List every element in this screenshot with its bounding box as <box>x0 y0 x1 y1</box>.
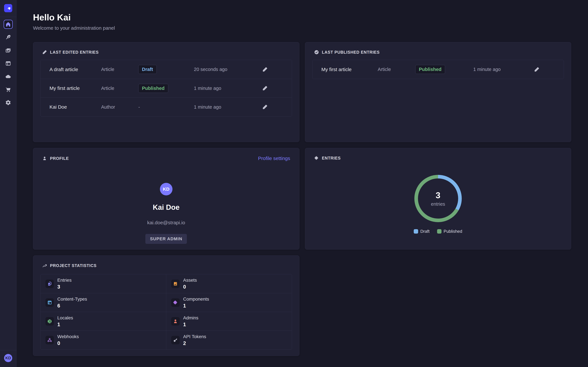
profile-name: Kai Doe <box>153 203 180 211</box>
legend-label: Draft <box>420 229 429 234</box>
stat-label: Components <box>183 297 209 302</box>
picture-icon <box>171 280 180 288</box>
sidebar-item-home[interactable] <box>4 20 13 29</box>
entry-time: 20 seconds ago <box>194 67 261 72</box>
role-badge: SUPER ADMIN <box>145 234 187 244</box>
stat-value: 1 <box>183 303 209 309</box>
sidebar-item-deploy[interactable] <box>4 72 13 81</box>
edit-entry-button[interactable] <box>261 84 269 92</box>
published-swatch <box>437 229 441 234</box>
feather-icon <box>5 34 11 40</box>
key-icon <box>171 336 180 344</box>
entries-donut-chart: 3 entries <box>412 172 464 225</box>
home-icon <box>5 21 11 27</box>
cart-icon <box>5 87 11 92</box>
stat-api-tokens: API Tokens 2 <box>166 331 292 349</box>
pencil-icon <box>534 67 539 72</box>
layout-icon <box>5 60 11 67</box>
strapi-logo[interactable] <box>4 4 12 12</box>
stat-label: Content-Types <box>57 297 87 302</box>
project-statistics-header: PROJECT STATISTICS <box>33 256 299 268</box>
main-content: Hello Kai Welcome to your administration… <box>17 0 588 367</box>
stat-webhooks: Webhooks 0 <box>41 331 166 349</box>
last-published-header: LAST PUBLISHED ENTRIES <box>305 42 571 55</box>
entries-header: ENTRIES <box>305 148 571 160</box>
sidebar-item-media-library[interactable] <box>4 46 13 55</box>
sidebar-item-content-type-builder[interactable] <box>4 59 13 68</box>
entry-name: Kai Doe <box>50 104 101 110</box>
table-row[interactable]: My first article Article Published 1 min… <box>41 79 292 98</box>
person-icon <box>171 317 180 325</box>
trend-up-icon <box>42 263 47 268</box>
cloud-icon <box>5 74 11 79</box>
draft-swatch <box>414 229 418 234</box>
stat-value: 2 <box>183 340 206 346</box>
sidebar-item-settings[interactable] <box>4 98 13 107</box>
card-title: LAST EDITED ENTRIES <box>50 50 99 55</box>
last-edited-header: LAST EDITED ENTRIES <box>33 42 299 55</box>
card-title: PROJECT STATISTICS <box>50 263 96 268</box>
entries-total: 3 <box>436 190 440 200</box>
status-empty: - <box>138 104 140 110</box>
last-published-table: My first article Article Published 1 min… <box>312 60 564 79</box>
entry-name: My first article <box>321 67 378 72</box>
pencil-icon <box>262 85 268 91</box>
sidebar-item-content-manager[interactable] <box>4 33 13 42</box>
profile-email: kai.doe@strapi.io <box>147 220 185 225</box>
avatar: KD <box>160 183 173 195</box>
entries-card: ENTRIES 3 entries Draft <box>305 148 571 250</box>
profile-card: PROFILE Profile settings KD Kai Doe kai.… <box>33 148 299 250</box>
stat-value: 1 <box>57 322 73 327</box>
layout-icon <box>45 298 54 307</box>
last-published-entries-card: LAST PUBLISHED ENTRIES My first article … <box>305 42 571 142</box>
gear-icon <box>5 100 11 106</box>
stat-value: 3 <box>57 284 71 290</box>
legend-label: Published <box>444 229 462 234</box>
sidebar-item-marketplace[interactable] <box>4 85 13 94</box>
card-title: LAST PUBLISHED ENTRIES <box>322 50 380 55</box>
documents-icon <box>45 280 54 288</box>
check-circle-icon <box>314 50 319 55</box>
pencil-icon <box>262 104 268 110</box>
card-title: ENTRIES <box>322 156 341 160</box>
edit-entry-button[interactable] <box>261 65 269 74</box>
stat-label: API Tokens <box>183 334 206 339</box>
stat-entries: Entries 3 <box>41 274 166 293</box>
stat-label: Admins <box>183 315 198 320</box>
edit-entry-button[interactable] <box>261 103 269 111</box>
sidebar-user-avatar[interactable]: KD <box>4 354 12 362</box>
stat-value: 1 <box>183 322 198 327</box>
card-title: PROFILE <box>50 156 69 161</box>
table-row[interactable]: Kai Doe Author - 1 minute ago <box>41 98 292 116</box>
entry-name: My first article <box>50 85 101 91</box>
profile-body: KD Kai Doe kai.doe@strapi.io SUPER ADMIN <box>33 161 299 244</box>
strapi-logo-icon <box>6 6 11 11</box>
images-icon <box>5 48 11 53</box>
pencil-icon <box>42 50 47 55</box>
entry-kind: Article <box>378 67 415 72</box>
stat-assets: Assets 0 <box>166 274 292 293</box>
entry-time: 1 minute ago <box>194 104 261 110</box>
status-badge: Draft <box>138 65 157 74</box>
edit-entry-button[interactable] <box>533 65 541 74</box>
globe-icon <box>45 317 54 325</box>
stat-components: Components 1 <box>166 293 292 312</box>
table-row[interactable]: A draft article Article Draft 20 seconds… <box>41 60 292 79</box>
stat-admins: Admins 1 <box>166 312 292 331</box>
legend-item-published: Published <box>437 229 462 234</box>
stat-value: 0 <box>183 284 197 290</box>
table-row[interactable]: My first article Article Published 1 min… <box>312 60 564 79</box>
entry-kind: Article <box>101 67 138 72</box>
project-statistics-card: PROJECT STATISTICS Entries 3 <box>33 255 299 356</box>
entry-name: A draft article <box>50 67 101 72</box>
entry-kind: Article <box>101 86 138 91</box>
status-badge: Published <box>415 65 445 74</box>
stat-content-types: Content-Types 6 <box>41 293 166 312</box>
profile-settings-link[interactable]: Profile settings <box>258 156 290 161</box>
stats-table: Entries 3 Assets 0 <box>40 274 292 350</box>
stat-label: Entries <box>57 278 71 283</box>
last-edited-table: A draft article Article Draft 20 seconds… <box>40 60 292 117</box>
cards-grid: LAST EDITED ENTRIES A draft article Arti… <box>33 42 571 356</box>
entry-time: 1 minute ago <box>473 67 533 72</box>
empty-grid-cell <box>305 255 571 356</box>
